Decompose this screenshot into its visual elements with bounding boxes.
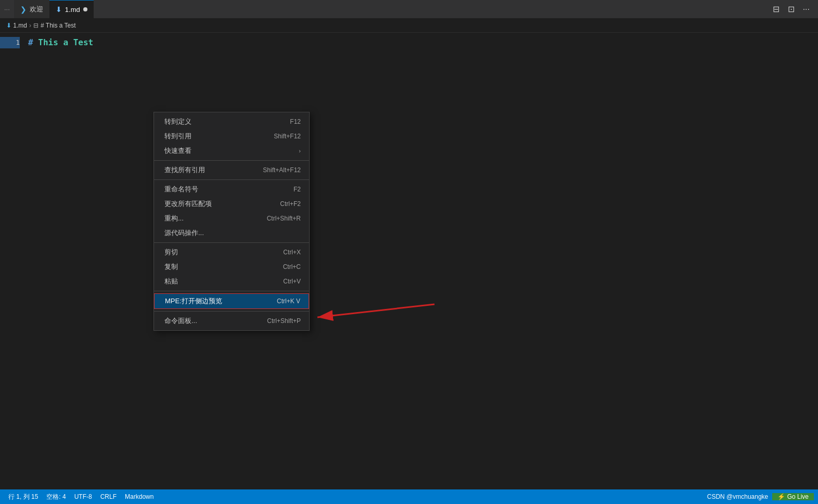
menu-item-refactor[interactable]: 重构...Ctrl+Shift+R bbox=[154, 211, 309, 226]
menu-label-goto-def: 转到定义 bbox=[164, 117, 191, 126]
title-bar: ··· ❯ 欢迎 ⬇ 1.md ⊟ ⊡ ··· bbox=[0, 0, 818, 18]
tab-welcome-label: 欢迎 bbox=[30, 5, 43, 14]
menu-item-rename[interactable]: 重命名符号F2 bbox=[154, 182, 309, 197]
menu-label-cut: 剪切 bbox=[164, 248, 178, 257]
menu-shortcut-refactor: Ctrl+Shift+R bbox=[267, 215, 301, 222]
menu-label-find-refs: 查找所有引用 bbox=[164, 165, 205, 175]
tab-unsaved-dot bbox=[83, 7, 87, 11]
status-csdn[interactable]: CSDN @vmchuangke bbox=[703, 493, 773, 500]
breadcrumb-heading[interactable]: # This a Test bbox=[41, 22, 76, 29]
status-line-ending[interactable]: CRLF bbox=[96, 489, 121, 504]
menu-separator-mpe-preview bbox=[154, 311, 309, 312]
title-bar-actions: ⊟ ⊡ ··· bbox=[771, 3, 812, 15]
line-number-1: 1 bbox=[0, 37, 20, 48]
context-menu: 转到定义F12转到引用Shift+F12快速查看›查找所有引用Shift+Alt… bbox=[154, 112, 310, 331]
welcome-icon: ❯ bbox=[20, 5, 27, 14]
breadcrumb-heading-icon: ⊟ bbox=[33, 22, 39, 29]
menu-item-goto-def[interactable]: 转到定义F12 bbox=[154, 114, 309, 129]
menu-item-goto-ref[interactable]: 转到引用Shift+F12 bbox=[154, 129, 309, 144]
status-language[interactable]: Markdown bbox=[121, 489, 158, 504]
menu-item-cut[interactable]: 剪切Ctrl+X bbox=[154, 245, 309, 260]
md-file-icon: ⬇ bbox=[56, 5, 62, 14]
menu-label-paste: 粘贴 bbox=[164, 277, 178, 286]
menu-separator-source-action bbox=[154, 242, 309, 243]
menu-item-quick-look[interactable]: 快速查看› bbox=[154, 144, 309, 158]
menu-label-mpe-preview: MPE:打开侧边预览 bbox=[165, 296, 222, 306]
code-line-1: # This a Test bbox=[28, 37, 818, 48]
markdown-hash: # bbox=[28, 37, 33, 47]
menu-label-quick-look: 快速查看 bbox=[164, 146, 191, 156]
tab-welcome[interactable]: ❯ 欢迎 bbox=[14, 0, 49, 18]
status-position[interactable]: 行 1, 列 15 bbox=[4, 489, 42, 504]
tab-md[interactable]: ⬇ 1.md bbox=[49, 0, 94, 18]
menu-shortcut-rename: F2 bbox=[293, 186, 301, 193]
menu-separator-quick-look bbox=[154, 160, 309, 161]
menu-shortcut-command-palette: Ctrl+Shift+P bbox=[267, 317, 301, 325]
breadcrumb-file[interactable]: ⬇ 1.md bbox=[6, 22, 27, 29]
scrollbar[interactable] bbox=[811, 33, 818, 489]
menu-item-find-refs[interactable]: 查找所有引用Shift+Alt+F12 bbox=[154, 163, 309, 177]
menu-separator-paste bbox=[154, 291, 309, 291]
toggle-panel-icon[interactable]: ⊟ bbox=[771, 3, 782, 15]
layout-icon[interactable]: ⊡ bbox=[786, 3, 797, 15]
menu-label-refactor: 重构... bbox=[164, 214, 184, 223]
breadcrumb: ⬇ 1.md › ⊟ # This a Test bbox=[0, 18, 818, 33]
menu-item-mpe-preview[interactable]: MPE:打开侧边预览Ctrl+K V bbox=[154, 293, 309, 309]
heading-text: This a Test bbox=[33, 37, 94, 47]
menu-shortcut-paste: Ctrl+V bbox=[283, 278, 301, 285]
menu-shortcut-goto-ref: Shift+F12 bbox=[274, 133, 301, 140]
menu-item-command-palette[interactable]: 命令面板...Ctrl+Shift+P bbox=[154, 314, 309, 328]
menu-item-change-all[interactable]: 更改所有匹配项Ctrl+F2 bbox=[154, 197, 309, 211]
menu-item-source-action[interactable]: 源代码操作... bbox=[154, 226, 309, 240]
menu-label-goto-ref: 转到引用 bbox=[164, 132, 191, 141]
menu-arrow-quick-look: › bbox=[299, 148, 301, 154]
menu-item-paste[interactable]: 粘贴Ctrl+V bbox=[154, 274, 309, 289]
menu-label-command-palette: 命令面板... bbox=[164, 316, 197, 326]
menu-item-copy[interactable]: 复制Ctrl+C bbox=[154, 260, 309, 274]
menu-label-source-action: 源代码操作... bbox=[164, 228, 204, 238]
breadcrumb-file-icon: ⬇ bbox=[6, 22, 11, 29]
menu-shortcut-change-all: Ctrl+F2 bbox=[280, 200, 301, 208]
status-bar: 行 1, 列 15 空格: 4 UTF-8 CRLF Markdown CSDN… bbox=[0, 489, 818, 504]
line-numbers-gutter: 1 bbox=[0, 33, 26, 489]
menu-shortcut-mpe-preview: Ctrl+K V bbox=[277, 298, 300, 305]
title-bar-dots[interactable]: ··· bbox=[4, 5, 10, 13]
menu-shortcut-find-refs: Shift+Alt+F12 bbox=[263, 166, 301, 174]
editor-area: 1 # This a Test bbox=[0, 33, 818, 489]
status-encoding[interactable]: UTF-8 bbox=[70, 489, 96, 504]
menu-shortcut-copy: Ctrl+C bbox=[283, 263, 301, 270]
menu-label-copy: 复制 bbox=[164, 262, 178, 272]
status-spaces[interactable]: 空格: 4 bbox=[42, 489, 70, 504]
menu-shortcut-goto-def: F12 bbox=[290, 118, 301, 125]
go-live-button[interactable]: ⚡ Go Live bbox=[772, 493, 814, 500]
code-area[interactable]: # This a Test bbox=[26, 33, 818, 489]
breadcrumb-sep1: › bbox=[29, 22, 31, 29]
status-right: CSDN @vmchuangke ⚡ Go Live bbox=[703, 493, 814, 500]
menu-label-change-all: 更改所有匹配项 bbox=[164, 199, 212, 209]
menu-shortcut-cut: Ctrl+X bbox=[283, 249, 301, 256]
menu-label-rename: 重命名符号 bbox=[164, 185, 198, 194]
more-actions-icon[interactable]: ··· bbox=[801, 4, 812, 15]
tab-md-label: 1.md bbox=[65, 6, 80, 14]
menu-separator-find-refs bbox=[154, 179, 309, 180]
